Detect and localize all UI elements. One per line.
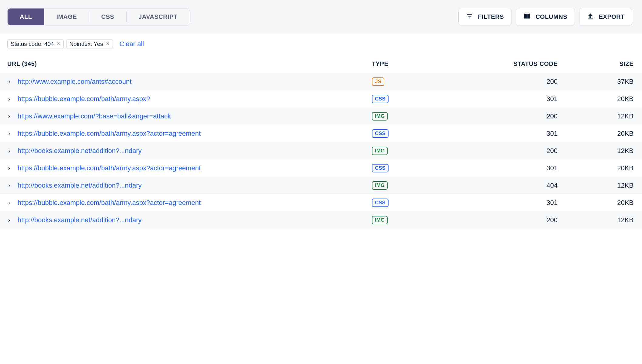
columns-button[interactable]: COLUMNS [516, 8, 575, 26]
status-code: 200 [457, 147, 561, 155]
table-row: ›https://bubble.example.com/bath/army.as… [0, 90, 642, 107]
file-size: 20KB [561, 164, 634, 172]
chevron-right-icon[interactable]: › [5, 78, 13, 85]
type-badge: CSS [372, 129, 389, 138]
table-row: ›https://bubble.example.com/bath/army.as… [0, 194, 642, 211]
status-code: 301 [457, 164, 561, 172]
col-header-status[interactable]: STATUS CODE [457, 60, 561, 67]
table-row: ›http://books.example.net/addition?...nd… [0, 177, 642, 194]
type-badge: IMG [372, 112, 388, 121]
type-badge: CSS [372, 164, 389, 172]
columns-icon [523, 12, 531, 21]
export-label: EXPORT [599, 13, 625, 20]
tab-image[interactable]: IMAGE [44, 9, 89, 25]
export-button[interactable]: EXPORT [579, 8, 632, 26]
type-badge: IMG [372, 147, 388, 155]
filter-chip[interactable]: Status code: 404 ✕ [7, 39, 64, 49]
chevron-right-icon[interactable]: › [5, 199, 13, 206]
url-link[interactable]: https://bubble.example.com/bath/army.asp… [18, 199, 366, 207]
status-code: 301 [457, 95, 561, 103]
table-row: ›https://www.example.com/?base=ball&ange… [0, 107, 642, 125]
tab-all[interactable]: ALL [8, 9, 44, 25]
type-cell: CSS [366, 129, 457, 138]
status-code: 200 [457, 112, 561, 120]
type-cell: CSS [366, 164, 457, 172]
chevron-right-icon[interactable]: › [5, 147, 13, 154]
status-code: 301 [457, 199, 561, 207]
type-badge: CSS [372, 95, 389, 103]
chevron-right-icon[interactable]: › [5, 182, 13, 189]
chevron-right-icon[interactable]: › [5, 95, 13, 102]
url-link[interactable]: http://books.example.net/addition?...nda… [18, 216, 366, 224]
type-badge: IMG [372, 181, 388, 190]
chevron-right-icon[interactable]: › [5, 216, 13, 223]
clear-all-filters[interactable]: Clear all [120, 40, 144, 48]
close-icon[interactable]: ✕ [56, 42, 60, 46]
table-row: ›https://bubble.example.com/bath/army.as… [0, 159, 642, 177]
close-icon[interactable]: ✕ [106, 42, 110, 46]
chevron-right-icon[interactable]: › [5, 113, 13, 120]
url-table: URL (345) TYPE STATUS CODE SIZE ›http://… [0, 51, 642, 229]
tab-group: ALL IMAGE CSS JAVASCRIPT [7, 8, 190, 26]
type-badge: JS [372, 77, 384, 86]
svg-rect-0 [467, 14, 472, 15]
status-code: 200 [457, 78, 561, 86]
svg-rect-6 [588, 19, 593, 19]
filter-chip-label: Noindex: Yes [70, 41, 103, 47]
filters-label: FILTERS [478, 13, 504, 20]
url-link[interactable]: http://www.example.com/ants#account [18, 78, 366, 86]
col-header-url[interactable]: URL (345) [7, 60, 366, 67]
file-size: 12KB [561, 216, 634, 224]
filter-bar: Status code: 404 ✕ Noindex: Yes ✕ Clear … [0, 34, 642, 51]
url-link[interactable]: https://bubble.example.com/bath/army.asp… [18, 95, 366, 103]
type-cell: IMG [366, 216, 457, 224]
file-size: 20KB [561, 95, 634, 103]
file-size: 37KB [561, 78, 634, 86]
chevron-right-icon[interactable]: › [5, 165, 13, 172]
svg-rect-5 [528, 14, 530, 19]
type-cell: IMG [366, 112, 457, 121]
filter-chip-label: Status code: 404 [11, 41, 54, 47]
type-cell: JS [366, 77, 457, 86]
table-row: ›http://books.example.net/addition?...nd… [0, 142, 642, 159]
type-badge: CSS [372, 199, 389, 207]
action-group: FILTERS COLUMNS EXPORT [458, 8, 632, 26]
type-cell: CSS [366, 94, 457, 103]
columns-label: COLUMNS [535, 13, 567, 20]
svg-rect-4 [526, 14, 528, 19]
file-size: 12KB [561, 147, 634, 155]
status-code: 200 [457, 216, 561, 224]
url-link[interactable]: http://books.example.net/addition?...nda… [18, 182, 366, 189]
toolbar: ALL IMAGE CSS JAVASCRIPT FILTERS COLUMNS… [0, 0, 642, 34]
tab-css[interactable]: CSS [89, 9, 126, 25]
table-row: ›http://www.example.com/ants#accountJS20… [0, 73, 642, 90]
table-header: URL (345) TYPE STATUS CODE SIZE [0, 51, 642, 73]
filter-icon [466, 12, 473, 21]
svg-rect-1 [468, 16, 471, 17]
type-badge: IMG [372, 216, 388, 224]
file-size: 20KB [561, 199, 634, 207]
chevron-right-icon[interactable]: › [5, 130, 13, 137]
col-header-type[interactable]: TYPE [366, 60, 457, 67]
type-cell: CSS [366, 198, 457, 207]
table-body: ›http://www.example.com/ants#accountJS20… [0, 73, 642, 229]
svg-rect-2 [469, 18, 470, 19]
status-code: 301 [457, 130, 561, 138]
type-cell: IMG [366, 146, 457, 155]
status-code: 404 [457, 182, 561, 189]
type-cell: IMG [366, 181, 457, 190]
url-link[interactable]: https://bubble.example.com/bath/army.asp… [18, 164, 366, 172]
file-size: 12KB [561, 182, 634, 189]
filters-button[interactable]: FILTERS [458, 8, 511, 26]
table-row: ›http://books.example.net/addition?...nd… [0, 211, 642, 229]
svg-rect-3 [524, 14, 526, 19]
tab-javascript[interactable]: JAVASCRIPT [126, 9, 190, 25]
url-link[interactable]: https://bubble.example.com/bath/army.asp… [18, 130, 366, 138]
filter-chip[interactable]: Noindex: Yes ✕ [66, 39, 113, 49]
file-size: 12KB [561, 112, 634, 120]
file-size: 20KB [561, 130, 634, 138]
col-header-size[interactable]: SIZE [561, 60, 634, 67]
url-link[interactable]: http://books.example.net/addition?...nda… [18, 147, 366, 155]
url-link[interactable]: https://www.example.com/?base=ball&anger… [18, 112, 366, 120]
table-row: ›https://bubble.example.com/bath/army.as… [0, 125, 642, 142]
